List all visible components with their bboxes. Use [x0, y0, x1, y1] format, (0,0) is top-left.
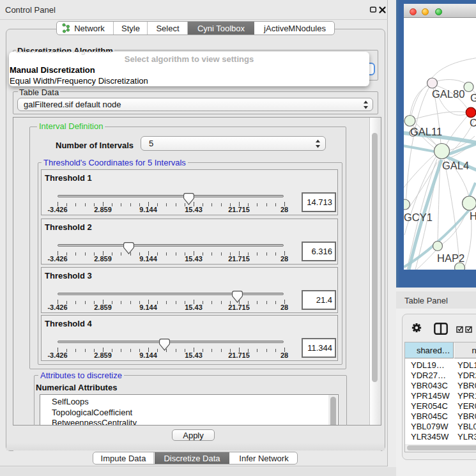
svg-text:GAL4: GAL4 [442, 160, 469, 171]
svg-text:CR: CR [470, 117, 476, 128]
svg-text:H: H [470, 210, 476, 222]
svg-text:HAP2: HAP2 [437, 252, 464, 264]
svg-text:GA: GA [470, 92, 476, 104]
svg-text:GCY1: GCY1 [404, 211, 433, 223]
svg-text:GAL80: GAL80 [432, 88, 464, 100]
svg-text:GAL11: GAL11 [410, 126, 442, 137]
